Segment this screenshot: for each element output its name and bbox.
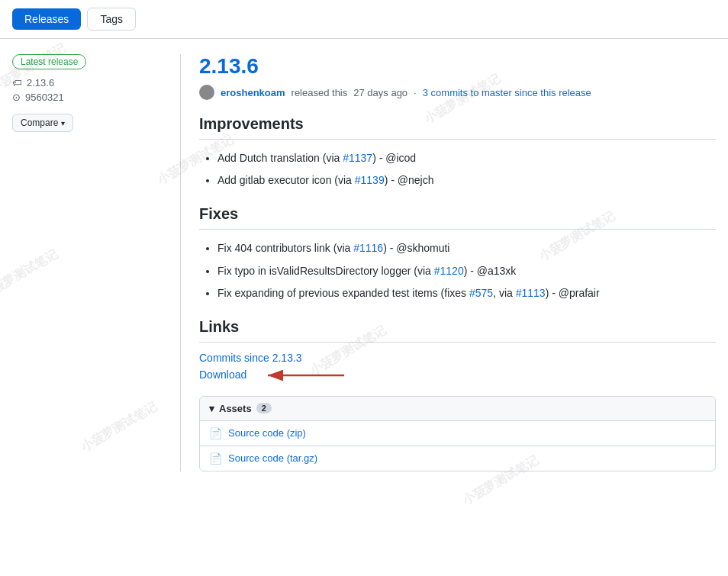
sidebar-tag-row: 🏷 2.13.6 (12, 77, 165, 88)
issue-1120-link[interactable]: #1120 (434, 265, 464, 277)
issue-1139-link[interactable]: #1139 (355, 174, 385, 186)
list-item: Fix 404 contributors link (via #1116) - … (217, 239, 716, 258)
fixes-title: Fixes (199, 205, 716, 230)
list-item: Add Dutch translation (via #1137) - @ico… (217, 149, 716, 168)
asset-row-targz: 📄 Source code (tar.gz) (200, 446, 715, 471)
main-layout: Latest release 🏷 2.13.6 ⊙ 9560321 Compar… (0, 39, 728, 487)
compare-button[interactable]: Compare ▾ (12, 114, 73, 132)
tag-icon: 🏷 (12, 77, 22, 88)
author-prafair: @prafair (559, 287, 600, 299)
release-time-ago: 27 days ago (353, 87, 407, 98)
commits-since-link[interactable]: 3 commits to master since this release (423, 87, 591, 98)
releases-tab[interactable]: Releases (12, 8, 81, 30)
assets-header[interactable]: ▾ Assets 2 (200, 397, 715, 421)
sidebar-tag-version: 2.13.6 (27, 77, 54, 88)
source-code-targz-link[interactable]: Source code (tar.gz) (228, 452, 317, 464)
download-link[interactable]: Download (199, 368, 246, 381)
assets-count-badge: 2 (256, 403, 272, 413)
commits-since-link2[interactable]: Commits since 2.13.3 (199, 352, 716, 364)
top-tab-bar: Releases Tags (0, 0, 728, 39)
author-skhomuti: @skhomuti (396, 242, 449, 254)
avatar (199, 85, 214, 100)
assets-label: Assets (219, 403, 252, 414)
asset2-name: Source code (228, 452, 284, 464)
sidebar-commit-hash: 9560321 (25, 92, 64, 103)
download-row: Download (199, 368, 716, 381)
file-icon: 📄 (209, 427, 222, 439)
issue-1113-link[interactable]: #1113 (516, 287, 546, 299)
links-title: Links (199, 318, 716, 343)
fixes-list: Fix 404 contributors link (via #1116) - … (199, 239, 716, 303)
improvements-list: Add Dutch translation (via #1137) - @ico… (199, 149, 716, 190)
list-item: Fix expanding of previous expanded test … (217, 284, 716, 303)
asset1-name: Source code (228, 427, 284, 439)
links-list: Commits since 2.13.3 Download (199, 352, 716, 381)
release-meta-dot: · (414, 87, 417, 98)
latest-release-badge: Latest release (12, 54, 86, 69)
compare-label: Compare (21, 117, 58, 128)
improvements-title: Improvements (199, 115, 716, 140)
author-icod: @icod (385, 152, 416, 164)
release-time-text: released this (292, 87, 348, 98)
source-code-zip-link[interactable]: Source code (zip) (228, 427, 306, 439)
asset1-type: (zip) (287, 427, 306, 439)
assets-section: ▾ Assets 2 📄 Source code (zip) 📄 Source … (199, 396, 716, 471)
issue-1116-link[interactable]: #1116 (353, 242, 383, 254)
issue-575-link[interactable]: #575 (469, 287, 493, 299)
list-item: Add gitlab executor icon (via #1139) - @… (217, 171, 716, 190)
issue-1137-link[interactable]: #1137 (343, 152, 372, 164)
asset2-type: (tar.gz) (287, 452, 317, 464)
asset-row-zip: 📄 Source code (zip) (200, 421, 715, 446)
release-meta: eroshenkoam released this 27 days ago · … (199, 85, 716, 100)
collapse-icon: ▾ (209, 403, 214, 414)
release-author-link[interactable]: eroshenkoam (221, 87, 285, 98)
sidebar: Latest release 🏷 2.13.6 ⊙ 9560321 Compar… (12, 54, 180, 471)
file-icon: 📄 (209, 452, 222, 465)
commit-icon: ⊙ (12, 92, 21, 103)
release-version[interactable]: 2.13.6 (199, 54, 716, 79)
release-content: 2.13.6 eroshenkoam released this 27 days… (180, 54, 716, 471)
author-nejch: @nejch (398, 174, 434, 186)
sidebar-commit-row: ⊙ 9560321 (12, 92, 165, 103)
author-a13xk: @a13xk (477, 265, 517, 277)
list-item: Fix typo in isValidResultsDirectory logg… (217, 262, 716, 281)
arrow-annotation (260, 364, 352, 387)
chevron-down-icon: ▾ (61, 119, 65, 127)
tags-tab[interactable]: Tags (87, 8, 136, 31)
